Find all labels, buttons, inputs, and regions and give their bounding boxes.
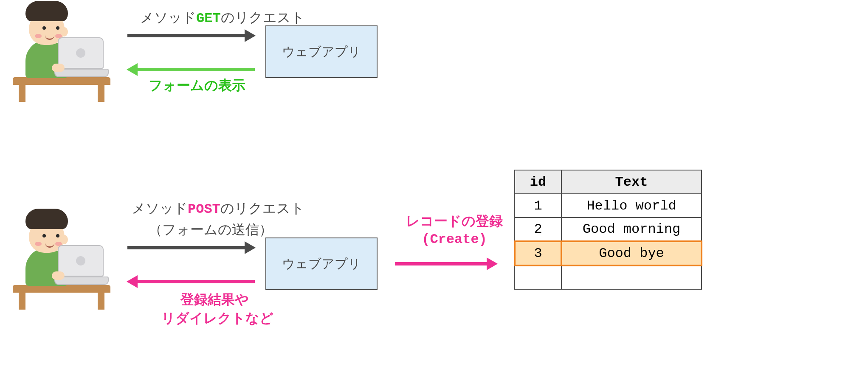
db-action-label: レコードの登録 (Create) [399,212,510,247]
arrow-post-request [127,246,246,249]
get-response-label: フォームの表示 [149,76,245,95]
table-row: 2Good morning [515,218,702,241]
table-body: 1Hello world2Good morning3Good bye [515,194,702,289]
table-row [515,265,702,289]
table-header-text: Text [561,170,702,194]
get-request-label: メソッドGETのリクエスト [140,8,305,27]
database-table: id Text 1Hello world2Good morning3Good b… [514,170,702,290]
cell-text: Good morning [561,218,702,241]
webapp-label-bottom: ウェブアプリ [282,255,361,273]
arrow-post-response [136,280,255,283]
arrow-db-create [395,262,488,265]
cell-text: Hello world [561,194,702,218]
post-request-label: メソッドPOSTのリクエスト [132,199,304,218]
arrow-get-response [136,68,255,71]
post-request-sub-label: （フォームの送信） [149,221,273,239]
webapp-label-top: ウェブアプリ [282,43,361,61]
table-row: 1Hello world [515,194,702,218]
user-illustration-bottom [13,212,110,310]
cell-text [561,265,702,289]
cell-id: 3 [515,241,561,265]
table-header-id: id [515,170,561,194]
cell-id: 1 [515,194,561,218]
webapp-box-bottom: ウェブアプリ [265,238,378,290]
cell-id [515,265,561,289]
table-row: 3Good bye [515,241,702,265]
cell-text: Good bye [561,241,702,265]
cell-id: 2 [515,218,561,241]
user-illustration-top [13,4,110,102]
arrow-get-request [127,34,246,37]
webapp-box-top: ウェブアプリ [265,25,378,78]
post-response-label: 登録結果や リダイレクトなど [161,291,268,328]
